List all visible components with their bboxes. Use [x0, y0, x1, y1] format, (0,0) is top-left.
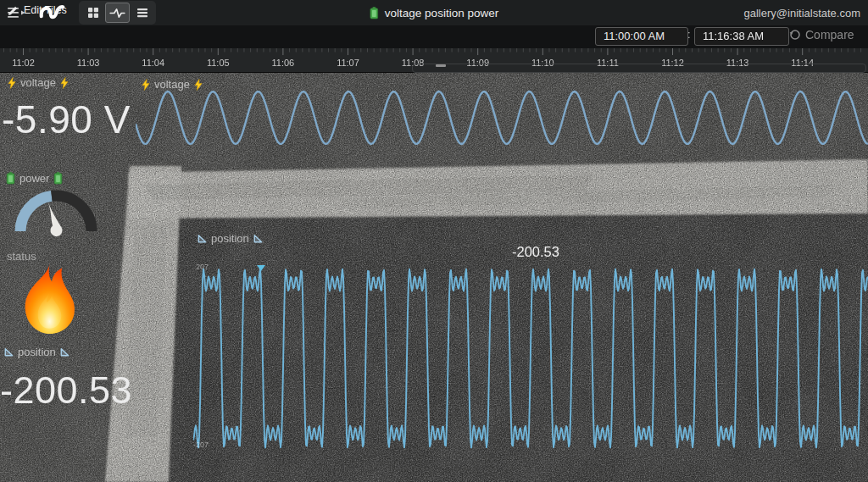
- position-chart-tile-header[interactable]: position: [198, 232, 263, 245]
- voltage-line-chart[interactable]: [136, 73, 868, 166]
- pencil-icon: [8, 5, 19, 16]
- triangle-ruler-icon: [4, 347, 14, 357]
- lightning-icon: [142, 79, 150, 91]
- triangle-ruler-icon: [198, 234, 207, 243]
- lightning-icon: [8, 77, 16, 89]
- compare-label: Compare: [805, 28, 854, 42]
- position-value: -200.53: [0, 371, 132, 409]
- triangle-ruler-icon: [253, 234, 263, 243]
- battery-icon: [53, 172, 63, 185]
- compare-icon: [789, 29, 801, 41]
- power-gauge[interactable]: [13, 187, 99, 240]
- power-title: power: [19, 172, 49, 185]
- grid-icon: [87, 7, 99, 19]
- top-bar: voltage position power gallery@initialst…: [0, 0, 868, 25]
- time-range-separator: :: [687, 28, 691, 41]
- timeline-label: 11:07: [337, 58, 359, 68]
- triangle-ruler-icon: [60, 347, 70, 357]
- list-icon: [136, 7, 148, 19]
- account-menu[interactable]: gallery@initialstate.com: [744, 0, 860, 25]
- account-email: gallery@initialstate.com: [744, 7, 860, 19]
- timeline-thumb[interactable]: [436, 64, 446, 67]
- position-waveform: [193, 269, 868, 448]
- voltage-chart-title: voltage: [154, 78, 190, 91]
- voltage-waveform: [136, 91, 868, 144]
- dashboard-canvas: voltage -5.90 V voltage power status: [0, 73, 868, 482]
- view-toggle-group: [79, 1, 156, 25]
- timeline-label: 11:02: [12, 58, 35, 68]
- position-cursor-value: -200.53: [512, 244, 559, 260]
- cursor-marker-icon: [257, 265, 265, 271]
- voltage-value-tile-header[interactable]: voltage: [8, 76, 69, 89]
- edit-tiles-label: Edit Tiles: [24, 4, 67, 16]
- position-y-min-label: -207: [193, 440, 209, 449]
- position-y-max-label: 207: [196, 263, 209, 271]
- timeline-label: 11:03: [77, 58, 100, 68]
- battery-icon: [6, 172, 15, 185]
- end-time-input[interactable]: 11:16:38 AM: [694, 27, 789, 46]
- gauge-needle: [48, 202, 62, 236]
- battery-icon: [370, 7, 379, 19]
- start-time-input[interactable]: 11:00:00 AM: [595, 27, 688, 46]
- tiles-view-button[interactable]: [81, 3, 105, 23]
- compare-button[interactable]: Compare: [789, 28, 854, 42]
- timeline-label: 11:05: [207, 58, 230, 68]
- fire-emoji-icon[interactable]: [17, 261, 81, 335]
- lightning-icon: [194, 79, 203, 91]
- position-value-tile-header[interactable]: position: [4, 346, 70, 358]
- timeline-label: 11:06: [272, 58, 295, 68]
- pulse-icon: [109, 8, 125, 19]
- list-view-button[interactable]: [130, 3, 154, 23]
- bucket-title-label: voltage position power: [385, 7, 498, 19]
- app-window: voltage position power gallery@initialst…: [0, 0, 868, 482]
- lightning-icon: [60, 77, 69, 89]
- voltage-value-title: voltage: [20, 76, 56, 89]
- voltage-value: -5.90 V: [2, 100, 131, 139]
- position-chart-title: position: [211, 232, 249, 245]
- voltage-chart-tile-header[interactable]: voltage: [142, 78, 203, 91]
- position-line-chart[interactable]: [193, 258, 868, 461]
- position-value-title: position: [18, 346, 56, 358]
- power-tile-header[interactable]: power: [6, 172, 63, 185]
- timeline-label: 11:04: [142, 58, 164, 68]
- timeline-window[interactable]: [412, 64, 866, 73]
- waves-view-button[interactable]: [105, 3, 130, 23]
- edit-tiles-button[interactable]: Edit Tiles: [8, 4, 67, 16]
- bucket-title[interactable]: voltage position power: [370, 0, 498, 25]
